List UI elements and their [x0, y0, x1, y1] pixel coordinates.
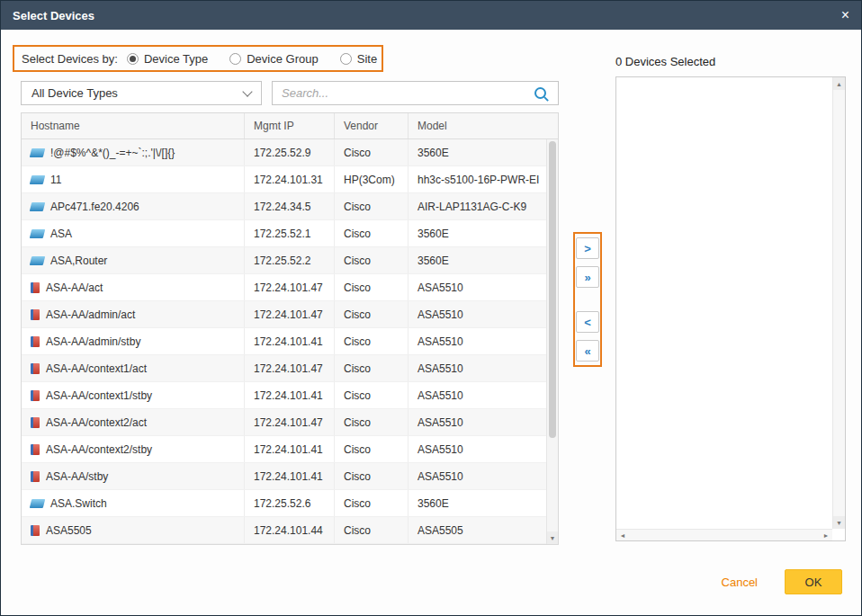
model-cell: ASA5510 [409, 463, 546, 489]
search-input[interactable] [273, 86, 534, 100]
mgmt-ip-cell: 172.24.101.47 [245, 409, 335, 435]
hostname-cell: ASA5505 [22, 517, 245, 543]
table-vertical-scrollbar[interactable]: ▼ [546, 139, 558, 544]
firewall-icon [31, 336, 40, 347]
table-row[interactable]: ASA-AA/act172.24.101.47CiscoASA5510 [22, 274, 546, 301]
close-icon[interactable]: × [841, 8, 849, 22]
hostname-cell: ASA-AA/act [22, 274, 245, 300]
vendor-cell: Cisco [335, 355, 409, 381]
table-row[interactable]: !@#$%^&*()_-=+~`:;.'|\/[]{}172.25.52.9Ci… [22, 139, 546, 166]
radio-group: Device TypeDevice GroupSite [127, 52, 399, 66]
mgmt-ip-cell: 172.24.101.41 [245, 382, 335, 408]
radio-button-icon[interactable] [340, 53, 352, 65]
hostname-cell: 11 [22, 166, 245, 192]
selected-horizontal-scrollbar[interactable]: ◄ ► [616, 529, 832, 540]
hostname-text: ASA-AA/admin/stby [46, 335, 140, 348]
model-cell: ASA5510 [409, 382, 546, 408]
select-devices-by-group: Select Devices by: Device TypeDevice Gro… [13, 45, 383, 72]
vendor-cell: Cisco [335, 436, 409, 462]
remove-all-button[interactable]: « [576, 340, 599, 362]
select-devices-dialog: Select Devices × Select Devices by: Devi… [0, 0, 862, 616]
table-row[interactable]: ASA-AA/admin/stby172.24.101.41CiscoASA55… [22, 328, 546, 355]
table-row[interactable]: ASA-AA/admin/act172.24.101.47CiscoASA551… [22, 301, 546, 328]
mgmt-ip-cell: 172.25.52.9 [245, 139, 335, 165]
table-row[interactable]: APc471.fe20.4206172.24.34.5CiscoAIR-LAP1… [22, 193, 546, 220]
chevron-down-icon [242, 86, 252, 96]
cancel-button[interactable]: Cancel [722, 576, 758, 589]
search-icon[interactable] [534, 87, 546, 99]
mgmt-ip-cell: 172.25.52.6 [245, 490, 335, 516]
radio-option-device-type[interactable]: Device Type [127, 52, 208, 66]
table-row[interactable]: ASA-AA/context1/stby172.24.101.41CiscoAS… [22, 382, 546, 409]
hostname-cell: ASA-AA/context1/act [22, 355, 245, 381]
mgmt-ip-cell: 172.25.52.2 [245, 247, 335, 273]
model-cell: ASA5510 [409, 436, 546, 462]
table-row[interactable]: ASA5505172.24.101.44CiscoASA5505 [22, 517, 546, 544]
hostname-cell: ASA.Switch [22, 490, 245, 516]
hostname-text: ASA-AA/act [46, 281, 103, 294]
switch-icon [30, 229, 45, 238]
table-row[interactable]: ASA-AA/context2/act172.24.101.47CiscoASA… [22, 409, 546, 436]
radio-button-icon[interactable] [127, 53, 139, 65]
radio-button-icon[interactable] [229, 53, 241, 65]
hostname-cell: ASA-AA/admin/act [22, 301, 245, 327]
model-cell: ASA5510 [409, 355, 546, 381]
model-cell: ASA5505 [409, 517, 546, 543]
mgmt-ip-cell: 172.24.101.41 [245, 463, 335, 489]
model-cell: 3560E [409, 139, 546, 165]
hostname-text: ASA-AA/context1/act [46, 362, 147, 375]
vendor-cell: Cisco [335, 139, 409, 165]
model-cell: 3560E [409, 247, 546, 273]
radio-option-label: Site [357, 52, 377, 66]
table-row[interactable]: ASA-AA/context1/act172.24.101.47CiscoASA… [22, 355, 546, 382]
remove-button[interactable]: < [576, 311, 599, 333]
radio-option-device-group[interactable]: Device Group [229, 52, 318, 66]
scroll-down-arrow-icon[interactable]: ▼ [833, 516, 845, 529]
column-header-mgmt-ip[interactable]: Mgmt IP [245, 113, 335, 138]
radio-option-site[interactable]: Site [340, 52, 377, 66]
scrollbar-thumb[interactable] [549, 141, 556, 438]
device-type-dropdown[interactable]: All Device Types [21, 81, 262, 105]
column-header-model[interactable]: Model [409, 113, 558, 138]
hostname-text: ASA,Router [50, 254, 107, 267]
table-row[interactable]: ASA.Switch172.25.52.6Cisco3560E [22, 490, 546, 517]
table-row[interactable]: ASA172.25.52.1Cisco3560E [22, 220, 546, 247]
table-row[interactable]: ASA-AA/stby172.24.101.41CiscoASA5510 [22, 463, 546, 490]
hostname-text: ASA-AA/context1/stby [46, 389, 152, 402]
dialog-footer: Cancel OK [722, 569, 842, 594]
selected-devices-count: 0 Devices Selected [615, 55, 715, 68]
add-all-button[interactable]: » [576, 266, 599, 288]
table-row[interactable]: ASA,Router172.25.52.2Cisco3560E [22, 247, 546, 274]
model-cell: hh3c-s5100-16P-PWR-EI [409, 166, 546, 192]
hostname-text: ASA.Switch [50, 497, 107, 510]
scroll-down-arrow-icon[interactable]: ▼ [547, 531, 558, 544]
mgmt-ip-cell: 172.25.52.1 [245, 220, 335, 246]
hostname-cell: ASA-AA/stby [22, 463, 245, 489]
vendor-cell: Cisco [335, 517, 409, 543]
ok-button[interactable]: OK [785, 569, 842, 594]
vendor-cell: Cisco [335, 382, 409, 408]
switch-icon [30, 175, 45, 184]
firewall-icon [31, 525, 40, 536]
model-cell: AIR-LAP1131AG-C-K9 [409, 193, 546, 219]
firewall-icon [31, 417, 40, 428]
column-header-hostname[interactable]: Hostname [22, 113, 245, 138]
vendor-cell: Cisco [335, 193, 409, 219]
column-header-vendor[interactable]: Vendor [335, 113, 409, 138]
switch-icon [30, 148, 45, 157]
selected-devices-list[interactable]: ▲ ▼ ◄ ► [615, 76, 846, 541]
vendor-cell: Cisco [335, 490, 409, 516]
scroll-left-arrow-icon[interactable]: ◄ [616, 530, 629, 540]
table-row[interactable]: ASA-AA/context2/stby172.24.101.41CiscoAS… [22, 436, 546, 463]
mgmt-ip-cell: 172.24.101.47 [245, 274, 335, 300]
dialog-titlebar: Select Devices × [1, 1, 861, 30]
scroll-up-arrow-icon[interactable]: ▲ [833, 77, 845, 90]
table-row[interactable]: 11172.24.101.31HP(3Com)hh3c-s5100-16P-PW… [22, 166, 546, 193]
selected-vertical-scrollbar[interactable]: ▲ ▼ [832, 77, 845, 529]
mgmt-ip-cell: 172.24.34.5 [245, 193, 335, 219]
hostname-cell: APc471.fe20.4206 [22, 193, 245, 219]
hostname-cell: ASA,Router [22, 247, 245, 273]
vendor-cell: Cisco [335, 220, 409, 246]
add-button[interactable]: > [576, 237, 599, 259]
scroll-right-arrow-icon[interactable]: ► [820, 530, 832, 540]
